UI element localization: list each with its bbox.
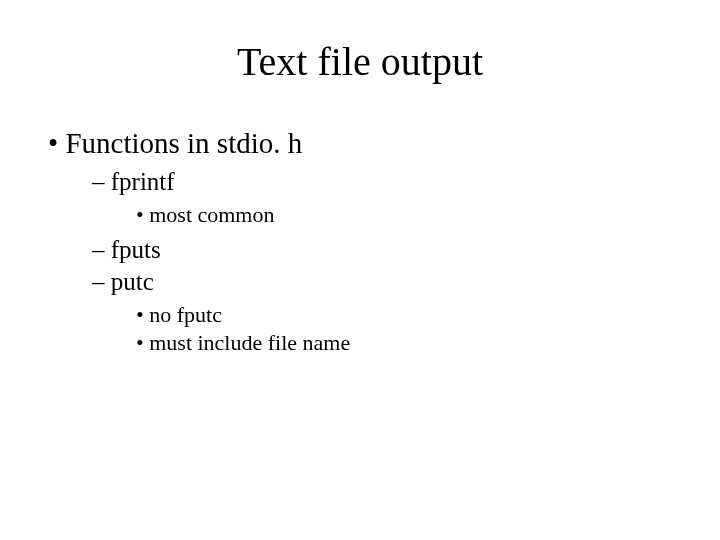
bullet-text: Functions in stdio. h: [65, 127, 302, 159]
bullet-text: no fputc: [149, 302, 222, 327]
slide: Text file output Functions in stdio. h f…: [0, 0, 720, 540]
slide-title: Text file output: [108, 38, 612, 85]
list-item: putc no fputc must include file name: [92, 268, 672, 356]
bullet-list-level3: no fputc must include file name: [136, 302, 672, 356]
bullet-text: most common: [149, 202, 274, 227]
list-item: fputs: [92, 236, 672, 264]
list-item: no fputc: [136, 302, 672, 328]
bullet-list-level3: most common: [136, 202, 672, 228]
bullet-list-level2: fprintf most common fputs putc no fputc: [92, 168, 672, 356]
list-item: fprintf most common: [92, 168, 672, 228]
list-item: must include file name: [136, 330, 672, 356]
bullet-text: must include file name: [149, 330, 350, 355]
list-item: most common: [136, 202, 672, 228]
bullet-text: fputs: [111, 236, 161, 263]
bullet-text: putc: [111, 268, 154, 295]
bullet-list-level1: Functions in stdio. h fprintf most commo…: [48, 127, 672, 356]
list-item: Functions in stdio. h fprintf most commo…: [48, 127, 672, 356]
bullet-text: fprintf: [111, 168, 175, 195]
